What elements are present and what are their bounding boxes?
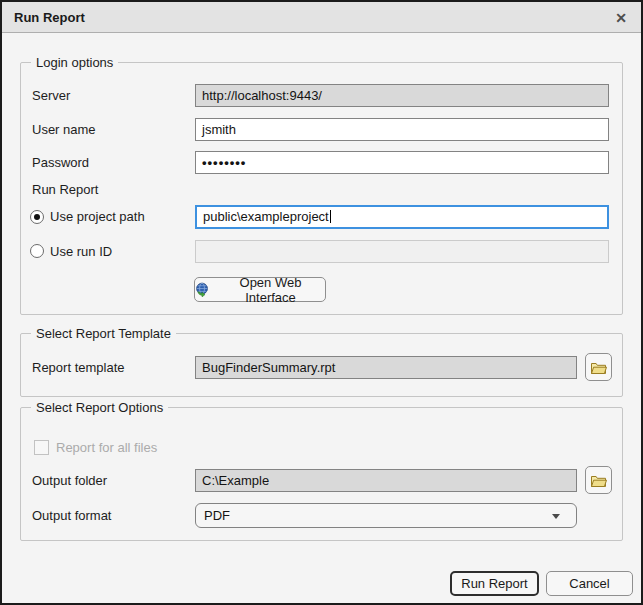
- report-template-value: BugFinderSummary.rpt: [202, 360, 335, 375]
- output-format-value: PDF: [204, 508, 230, 523]
- output-folder-field: C:\Example: [195, 469, 577, 492]
- open-web-interface-label: Open Web Interface: [216, 275, 325, 305]
- open-web-interface-button[interactable]: Open Web Interface: [194, 277, 326, 302]
- output-format-dropdown[interactable]: PDF: [195, 503, 577, 528]
- report-template-label: Report template: [32, 356, 125, 379]
- run-report-dialog: Run Report ✕ Login options Server http:/…: [0, 0, 643, 605]
- username-label: User name: [32, 118, 96, 141]
- server-label: Server: [32, 84, 70, 107]
- username-field[interactable]: jsmith: [195, 118, 609, 141]
- password-field[interactable]: ••••••••: [195, 151, 609, 174]
- use-run-id-radio[interactable]: [30, 244, 44, 258]
- report-all-files-checkbox: [34, 440, 49, 455]
- password-value: ••••••••: [202, 155, 246, 170]
- select-report-template-legend: Select Report Template: [31, 326, 176, 341]
- title-bar: Run Report ✕: [2, 2, 641, 33]
- dialog-title: Run Report: [14, 2, 85, 33]
- report-template-field: BugFinderSummary.rpt: [195, 356, 577, 379]
- text-caret: [330, 210, 331, 223]
- use-project-path-radio[interactable]: [30, 210, 44, 224]
- report-all-files-label: Report for all files: [56, 440, 157, 456]
- cancel-button-label: Cancel: [569, 576, 609, 591]
- project-path-value: public\exampleproject: [203, 209, 329, 224]
- login-options-legend: Login options: [31, 55, 118, 70]
- password-label: Password: [32, 151, 89, 174]
- run-report-button[interactable]: Run Report: [450, 571, 539, 596]
- output-folder-label: Output folder: [32, 469, 107, 492]
- server-value: http://localhost:9443/: [202, 88, 322, 103]
- globe-icon: [195, 282, 210, 297]
- output-folder-value: C:\Example: [202, 473, 269, 488]
- output-format-label: Output format: [32, 503, 111, 528]
- server-field: http://localhost:9443/: [195, 84, 609, 107]
- run-report-section-label: Run Report: [32, 182, 98, 197]
- project-path-field[interactable]: public\exampleproject: [195, 205, 609, 229]
- browse-template-button[interactable]: [585, 353, 612, 381]
- browse-output-folder-button[interactable]: [585, 466, 612, 494]
- select-report-options-legend: Select Report Options: [31, 400, 168, 415]
- chevron-down-icon: [552, 514, 560, 519]
- use-project-path-label: Use project path: [50, 205, 145, 229]
- close-icon[interactable]: ✕: [611, 8, 631, 28]
- run-report-button-label: Run Report: [461, 576, 527, 591]
- folder-icon: [590, 360, 607, 375]
- folder-icon: [590, 473, 607, 488]
- cancel-button[interactable]: Cancel: [546, 571, 633, 596]
- run-id-field: [195, 240, 609, 263]
- username-value: jsmith: [202, 122, 236, 137]
- use-run-id-label: Use run ID: [50, 240, 112, 263]
